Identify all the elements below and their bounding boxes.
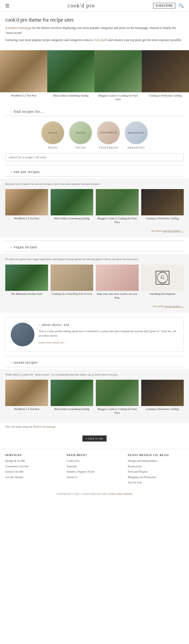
find-recipes-header: › find recipes for... [5, 105, 184, 116]
search-bar [5, 153, 184, 161]
footer-link[interactable]: Tutorials [66, 464, 122, 469]
category-circles: PALEO PALEO VEGAN VEGAN VEGETARIAN VEGET… [0, 118, 189, 153]
featured-item[interactable]: Blogger's Guide to Cooking for Feast Day… [94, 50, 142, 103]
category-vegan[interactable]: VEGAN VEGAN [69, 121, 92, 149]
page-title: cook'd pro theme for recipe sites [5, 17, 184, 23]
recipe-image [51, 189, 93, 215]
footer-link[interactable]: Cook'd Pro [66, 459, 122, 463]
footer-copyright: COPYRIGHT © 2021 COOK'D PRO ON THE COOK'… [0, 490, 189, 500]
paleo-circle-label: PALEO [48, 146, 57, 149]
svg-text:G: G [161, 275, 164, 280]
recipe-item[interactable]: Block Editor (Gutenberg) Styling [51, 380, 93, 416]
see-more-prefix-vegan: See more [153, 305, 164, 308]
footer-columns: services Design & for Me Customize it fo… [0, 449, 189, 490]
menu-icon[interactable]: ☰ [5, 3, 9, 9]
about-header: › about skylar, nrd [39, 323, 178, 327]
vegetarian-label-inner: VEGETARIAN [100, 131, 117, 134]
vegetarian-bg: VEGETARIAN [97, 121, 120, 144]
one-pot-heading: one pot recipes [14, 170, 40, 174]
footer-col-help: need help? Cook'd Pro Tutorials Submit a… [66, 453, 122, 486]
recipe-image [141, 380, 184, 406]
about-link[interactable]: Learn more about me → [39, 341, 67, 344]
footer-link[interactable]: Just for Fun [128, 480, 184, 485]
footer-link[interactable]: Blogging and Promotion [128, 475, 184, 479]
recipe-image [5, 189, 48, 215]
see-more-one-pot-link[interactable]: one pot recipes → [163, 229, 184, 232]
chevron-right-icon-4: › [39, 323, 40, 327]
vegetarian-circle-label: VEGETARIAN [99, 146, 118, 149]
recent-recipes-header: › recent recipes [5, 356, 184, 367]
featured-posts-grid: WordPress 5.5 Test Post Block Editor (Gu… [0, 50, 189, 103]
chevron-right-icon: › [10, 110, 12, 114]
footer-link[interactable]: Tech and Plugins [128, 469, 184, 474]
vegan-content: It's time for game-time vegan appetizers… [0, 254, 189, 313]
modern-homepage-footer-link[interactable]: Modern Homepage [33, 425, 55, 428]
about-content: › about skylar, nrd This is a fake profi… [39, 323, 178, 344]
featured-caption: WordPress 5.5 Test Post [0, 92, 47, 99]
recipe-item[interactable]: Blogger's Guide to Cooking for Feast Day… [96, 380, 139, 416]
recent-recipes-grid: WordPress 5.5 Test Post Block Editor (Gu… [5, 380, 184, 416]
see-more-one-pot: See more one pot recipes → [5, 228, 184, 233]
built-with-text: This site built using the [5, 425, 33, 428]
breakfast-label-inner: BREAKFAST [128, 131, 144, 134]
about-section: › about skylar, nrd This is a fake profi… [5, 317, 184, 352]
recipe-item[interactable]: The Minimalist Kitchen Style [5, 265, 48, 301]
recipe-caption: Cooking to Perfection: Grilling [141, 406, 184, 412]
recipe-item[interactable]: Cooking Up a Food Blog Full of Love [51, 265, 93, 301]
vegan-label-inner: VEGAN [76, 131, 86, 134]
modern-homepage-link[interactable]: modern homepage [8, 26, 32, 30]
featured-item[interactable]: Cooking to Perfection: Grilling [142, 50, 189, 103]
back-to-top-wrap: » back to top [0, 430, 189, 447]
category-paleo[interactable]: PALEO PALEO [41, 121, 65, 149]
footer-link[interactable]: Submit a Support Ticket [66, 469, 122, 474]
featured-caption: Blogger's Guide to Cooking for Feast Day… [94, 92, 142, 103]
subscribe-button[interactable]: SUBSCRIBE [153, 3, 175, 8]
recipe-item[interactable]: G Gutenberg Development [141, 265, 184, 301]
search-icon[interactable]: 🔍 [178, 3, 184, 8]
recipe-item[interactable]: Block Editor (Gutenberg) Styling [51, 189, 93, 225]
footer-link[interactable]: Productivity [128, 464, 184, 469]
copyright-text: COPYRIGHT © 2021 COOK'D PRO ON THE [57, 493, 107, 495]
category-breakfast[interactable]: BREAKFAST BREAKFAST [124, 121, 148, 149]
recipe-item[interactable]: WordPress 5.5 Test Post [5, 189, 48, 225]
footer-link[interactable]: About Us [66, 475, 122, 479]
search-input[interactable] [5, 153, 184, 161]
click-depth-link[interactable]: click depth [93, 38, 107, 42]
recipe-caption: Cooking to Perfection: Grilling [141, 215, 184, 222]
about-heading: about skylar, nrd [42, 323, 69, 327]
recipe-item[interactable]: Bake your cake from scratch, not your bl… [96, 265, 139, 301]
header-right: SUBSCRIBE 🔍 [153, 3, 184, 8]
one-pot-header: › one pot recipes [5, 166, 184, 176]
recipe-image [51, 380, 93, 406]
featured-item[interactable]: WordPress 5.5 Test Post [0, 50, 47, 103]
recipe-caption: Cooking Up a Food Blog Full of Love [51, 291, 93, 297]
recipe-caption: Gutenberg Development [141, 291, 184, 297]
recipe-image: G [141, 265, 184, 291]
see-more-vegan-link[interactable]: vegan recipes → [164, 305, 184, 308]
find-recipes-section: › find recipes for... PALEO PALEO VEGAN … [0, 105, 189, 161]
footer-link[interactable]: Install it for Me [5, 469, 61, 474]
footer-link[interactable]: Get the Themes [5, 475, 61, 479]
vegan-section: › vegan recipes It's time for game-time … [0, 241, 189, 313]
featured-item[interactable]: Block Editor (Gutenberg) Styling [47, 50, 94, 103]
featured-caption: Block Editor (Gutenberg) Styling [47, 92, 94, 99]
see-more-vegan: See more vegan recipes → [5, 303, 184, 309]
recipe-image [96, 189, 139, 215]
recipe-item[interactable]: Blogger's Guide to Cooking for Feast Day… [96, 189, 139, 225]
footer-link[interactable]: Design & for Me [5, 459, 61, 463]
chevron-right-icon-3: › [10, 245, 12, 249]
recipe-item[interactable]: Cooking to Perfection: Grilling [141, 380, 184, 416]
back-to-top-button[interactable]: » back to top [82, 435, 107, 442]
vegan-note: It's time for game-time vegan appetizers… [5, 257, 184, 261]
recipe-item[interactable]: Cooking to Perfection: Grilling [141, 189, 184, 225]
footer-link[interactable]: Design and Independence [128, 459, 184, 463]
recipe-caption: Block Editor (Gutenberg) Styling [51, 215, 93, 222]
footer-link[interactable]: Customize it for Me [5, 464, 61, 469]
one-pot-section: › one pot recipes Because we're experts … [0, 166, 189, 238]
recent-recipes-section: › recent recipes While there's a place f… [0, 356, 189, 423]
copyright-link[interactable]: COOK'D PRO THEME [107, 493, 132, 495]
vegan-grid: The Minimalist Kitchen Style Cooking Up … [5, 265, 184, 301]
recipe-item[interactable]: WordPress 5.5 Test Post [5, 380, 48, 416]
recent-recipes-heading: recent recipes [14, 361, 38, 365]
category-vegetarian[interactable]: VEGETARIAN VEGETARIAN [97, 121, 120, 149]
